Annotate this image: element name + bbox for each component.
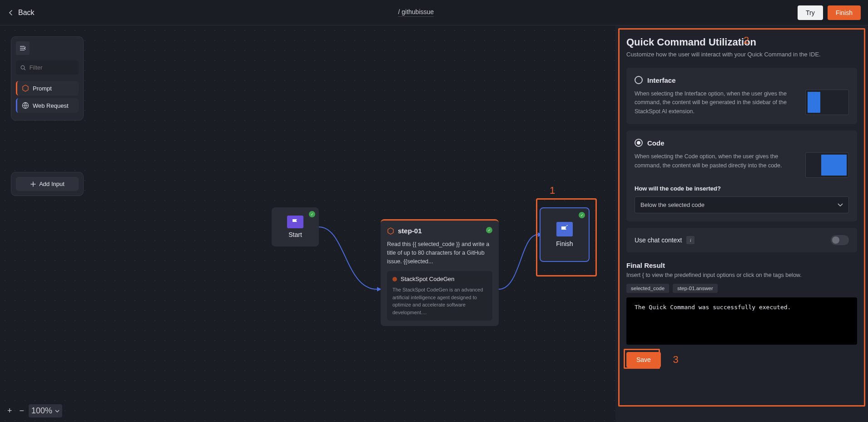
final-result-title: Final Result [626, 261, 857, 269]
config-panel: Quick Command Utilization 2 Customize ho… [615, 25, 868, 422]
svg-marker-1 [23, 85, 28, 91]
annotation-number-1: 1 [550, 185, 555, 196]
insert-mode-value: Below the selected code [640, 201, 704, 208]
palette-item-prompt[interactable]: Prompt [16, 81, 79, 95]
zoom-controls: + − 100% [3, 403, 64, 418]
chevron-down-icon [55, 410, 60, 412]
palette-panel: Prompt Web Request [11, 36, 84, 121]
flag-finish-icon [556, 222, 573, 236]
agent-description: The StackSpot CodeGen is an advanced art… [392, 286, 487, 316]
filter-input[interactable] [30, 64, 74, 71]
svg-marker-5 [388, 228, 393, 234]
agent-dot-icon [392, 277, 397, 281]
back-label: Back [18, 9, 35, 17]
filter-input-wrap[interactable] [16, 60, 79, 75]
breadcrumb[interactable]: / githubissue [398, 8, 434, 17]
option-code-desc: When selecting the Code option, when the… [635, 152, 797, 170]
flag-icon [287, 216, 303, 228]
add-input-panel: Add Input [11, 172, 84, 196]
try-button[interactable]: Try [798, 5, 823, 20]
chat-context-toggle[interactable] [831, 235, 849, 245]
option-interface-desc: When selecting the Interface option, whe… [635, 90, 797, 116]
step-body-text: Read this {{ selected_code }} and write … [387, 240, 492, 266]
palette-item-label: Web Request [33, 102, 69, 109]
panel-subtitle: Customize how the user will interact wit… [626, 51, 857, 58]
option-code-card[interactable]: Code When selecting the Code option, whe… [626, 131, 857, 221]
hexagon-icon [387, 227, 394, 235]
plus-icon [30, 181, 36, 187]
zoom-out-button[interactable]: − [17, 404, 27, 417]
svg-point-0 [21, 65, 25, 69]
node-start[interactable]: Start [272, 207, 319, 246]
hexagon-icon [22, 85, 29, 92]
zoom-percentage-dropdown[interactable]: 100% [29, 404, 62, 417]
annotation-number-3: 3 [673, 354, 678, 365]
chat-context-row: Use chat context i [626, 228, 857, 252]
finish-button[interactable]: Finish [828, 5, 861, 20]
node-finish-label: Finish [556, 240, 573, 247]
palette-item-label: Prompt [33, 85, 52, 92]
status-ok-icon [579, 212, 585, 218]
back-button[interactable]: Back [7, 9, 35, 17]
interface-thumbnail [805, 90, 849, 115]
annotation-number-2: 2 [744, 35, 749, 46]
globe-icon [22, 102, 29, 109]
chevron-down-icon [838, 203, 843, 207]
tag-step01-answer[interactable]: step-01.answer [673, 284, 718, 293]
search-icon [20, 65, 26, 71]
canvas[interactable]: Prompt Web Request Add Input [0, 25, 615, 422]
collapse-icon [19, 45, 26, 51]
collapse-palette-button[interactable] [16, 41, 30, 55]
final-result-textarea[interactable]: The Quick Command was successfully execu… [626, 297, 857, 345]
add-input-button[interactable]: Add Input [16, 177, 79, 191]
insert-mode-select[interactable]: Below the selected code [635, 196, 849, 213]
palette-item-web-request[interactable]: Web Request [16, 98, 79, 113]
status-ok-icon [309, 211, 315, 217]
add-input-label: Add Input [39, 181, 64, 187]
tag-selected-code[interactable]: selected_code [626, 284, 669, 293]
node-start-label: Start [288, 231, 302, 238]
arrow-left-icon [7, 9, 15, 16]
chat-context-label: Use chat context [635, 236, 682, 244]
node-step-01[interactable]: step-01 Read this {{ selected_code }} an… [381, 219, 499, 326]
radio-code[interactable] [635, 139, 643, 147]
code-thumbnail [805, 152, 849, 178]
agent-name: StackSpot CodeGen [401, 276, 455, 282]
info-icon[interactable]: i [686, 236, 694, 244]
option-code-title: Code [647, 139, 665, 147]
zoom-value: 100% [31, 406, 52, 416]
final-result-subtitle: Insert { to view the predefined input op… [626, 272, 857, 278]
step-agent-card: StackSpot CodeGen The StackSpot CodeGen … [387, 271, 492, 321]
status-ok-icon [486, 227, 492, 233]
option-interface-card[interactable]: Interface When selecting the Interface o… [626, 68, 857, 124]
panel-title: Quick Command Utilization [626, 36, 857, 48]
insert-mode-label: How will the code be inserted? [635, 185, 849, 192]
step-title: step-01 [398, 227, 422, 235]
option-interface-title: Interface [647, 76, 676, 84]
zoom-in-button[interactable]: + [5, 404, 15, 417]
radio-interface[interactable] [635, 76, 643, 84]
save-button[interactable]: Save [626, 352, 661, 367]
node-finish[interactable]: Finish [540, 207, 590, 262]
